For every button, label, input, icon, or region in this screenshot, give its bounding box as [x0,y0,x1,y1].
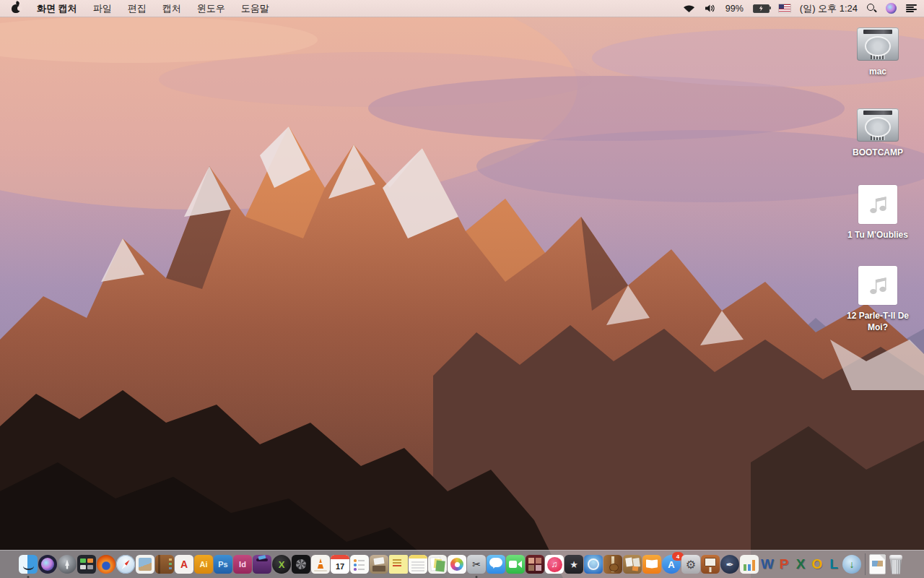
spotlight-search-icon[interactable] [867,4,876,14]
dock-web-downloader-icon[interactable]: ↓ [842,555,861,574]
desktop-icon-bootcamp[interactable]: BOOTCAMP [842,108,914,158]
dock-messages-icon[interactable] [487,555,505,574]
dock-keynote-icon[interactable] [701,555,720,574]
dock-ms-lync-icon[interactable]: L [826,555,842,574]
desktop-icon-mac[interactable]: mac [842,27,914,77]
dock-ms-outlook-icon[interactable]: O [809,555,825,574]
hard-drive-icon [857,27,899,61]
dock-corkboard-kit-icon[interactable] [623,555,642,574]
dock-divider [865,553,866,575]
dock-safari-icon[interactable] [116,555,135,574]
drive-vent [871,55,885,59]
desktop-icon-column: mac BOOTCAMP 1 Tu M'Oublies [842,17,914,549]
menu-help[interactable]: 도움말 [241,2,269,15]
dock-photos-icon[interactable] [448,555,466,574]
dock-firefox-icon[interactable] [97,555,116,574]
dock-photo-booth-icon[interactable] [526,555,544,574]
dock-toast-titanium-icon[interactable] [253,555,271,574]
siri-menu-icon[interactable] [886,3,897,14]
calendar-day-number: 17 [336,562,344,571]
dock-x-utility-icon[interactable]: X [272,555,291,574]
desktop-icon-label: 1 Tu M'Oublies [847,229,908,241]
dock-siri-icon[interactable] [38,555,57,574]
dock-numbers-icon[interactable] [740,555,759,574]
dock-ms-powerpoint-icon[interactable]: P [776,555,792,574]
dock-idvd-icon[interactable] [584,555,603,574]
desktop-icon-label: 12 Parle-T-Il De Moi? [842,310,914,333]
menu-file[interactable]: 파일 [93,2,112,15]
dock-adobe-photoshop-icon[interactable]: Ps [214,555,232,574]
menu-bar-status: 99% (일) 오후 1:24 [683,2,917,15]
scissors-icon: ✂ [472,558,481,570]
menu-window[interactable]: 윈도우 [197,2,225,15]
dock-adobe-illustrator-icon[interactable]: Ai [194,555,213,574]
menu-bar-clock[interactable]: (일) 오후 1:24 [800,2,858,15]
wifi-icon[interactable] [683,4,695,13]
dock-pages-icon[interactable]: ✒ [720,555,739,574]
menu-capture[interactable]: 캡처 [162,2,181,15]
app-menu-title[interactable]: 화면 캡처 [37,2,77,15]
notification-center-icon[interactable] [906,4,917,12]
desktop-icon-label: mac [869,66,886,77]
dock-preview-icon[interactable] [136,555,154,574]
desktop-icon-audio-1[interactable]: 1 Tu M'Oublies [842,185,914,241]
desktop-icon-audio-2[interactable]: 12 Parle-T-Il De Moi? [842,266,914,333]
trash-basket [889,558,903,574]
battery-percent: 99% [725,4,744,14]
dock-ibooks-icon[interactable] [642,555,661,574]
dock-ms-word-icon[interactable]: W [759,555,775,574]
dock-app-store-icon[interactable]: A4 [662,555,681,574]
music-note-icon [866,273,890,298]
dock-vlc-icon[interactable] [311,555,330,574]
charging-bolt-icon [759,6,764,12]
dock-itunes-icon[interactable]: ♫ [545,555,564,574]
dock-notes-icon[interactable] [409,555,427,574]
desktop-wallpaper [0,0,924,578]
dock-contacts-icon[interactable] [155,555,174,574]
volume-icon[interactable] [705,4,716,13]
dock-adobe-acrobat-icon[interactable]: A [175,555,193,574]
dock-grab-screen-capture-icon[interactable]: ✂ [467,555,486,574]
app-store-a-glyph: A [668,559,674,570]
dock-garageband-icon[interactable] [603,555,622,574]
hard-drive-icon [857,108,899,142]
menu-bar: 화면 캡처 파일 편집 캡처 윈도우 도움말 99% (일) 오후 1:24 [0,0,924,17]
input-source-us-flag-icon[interactable] [779,4,790,12]
dock-adobe-indesign-icon[interactable]: Id [233,555,252,574]
dock-reminders-icon[interactable] [350,555,369,574]
menu-bar-left: 화면 캡처 파일 편집 캡처 윈도우 도움말 [7,2,277,15]
dock-iwork-documents-icon[interactable] [428,555,447,574]
dock-ms-excel-icon[interactable]: X [793,555,808,574]
dock-mission-control-icon[interactable] [77,555,96,574]
dock-disk-utility-icon[interactable] [292,555,310,574]
music-note-icon [866,192,890,217]
dock-facetime-icon[interactable] [506,555,525,574]
dock-finder-icon[interactable] [19,555,38,574]
audio-file-icon [858,266,897,305]
dock-document-file-icon[interactable] [869,554,886,574]
audio-file-icon [858,185,897,224]
dock-system-preferences-icon[interactable]: ⚙ [681,555,700,574]
dock: A Ai Ps Id X 17 ✂ ♫ ★ A4 ⚙ ✒ W P X O L ↓ [0,550,924,578]
desktop-icon-label: BOOTCAMP [853,147,903,158]
dock-document-inbox-icon[interactable] [370,555,388,574]
dock-imovie-icon[interactable]: ★ [565,555,583,574]
dock-launchpad-icon[interactable] [58,555,77,574]
battery-charging-icon[interactable] [753,4,770,13]
dock-stickies-icon[interactable] [389,555,408,574]
dock-trash-icon[interactable] [886,555,905,574]
apple-menu-icon[interactable] [12,4,20,13]
drive-vent [871,136,885,140]
menu-edit[interactable]: 편집 [128,2,147,15]
dock-calendar-icon[interactable]: 17 [331,555,349,574]
